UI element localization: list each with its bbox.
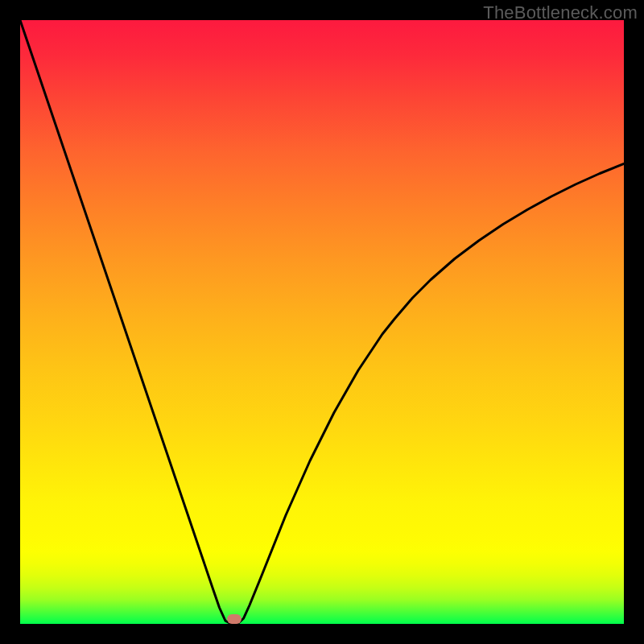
chart-frame: TheBottleneck.com bbox=[0, 0, 644, 644]
watermark-text: TheBottleneck.com bbox=[483, 2, 638, 23]
bottleneck-curve-path bbox=[20, 20, 624, 624]
optimal-point-marker bbox=[227, 614, 242, 624]
curve-layer bbox=[20, 20, 624, 624]
plot-area bbox=[20, 20, 624, 624]
